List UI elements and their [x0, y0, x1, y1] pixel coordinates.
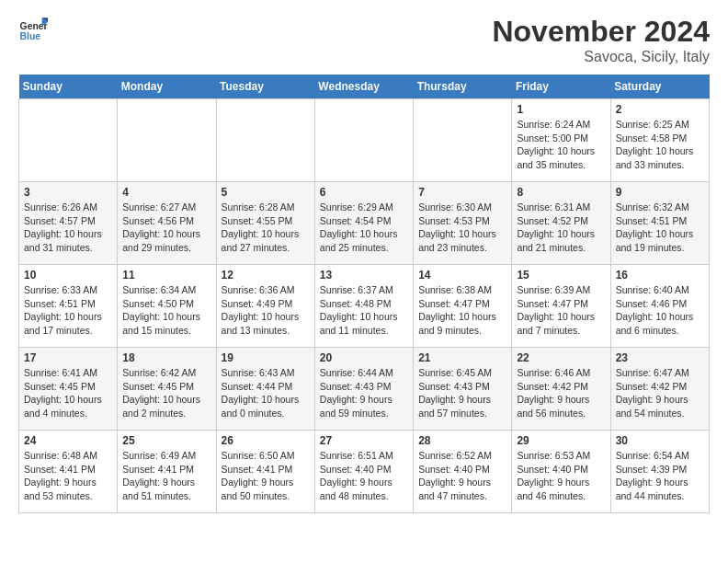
calendar-cell: 11Sunrise: 6:34 AMSunset: 4:50 PMDayligh…: [118, 265, 216, 348]
cell-info: Sunrise: 6:38 AMSunset: 4:47 PMDaylight:…: [418, 283, 506, 338]
cell-info: Sunrise: 6:25 AMSunset: 4:58 PMDaylight:…: [616, 118, 704, 172]
day-number: 24: [24, 434, 112, 447]
calendar-cell: 23Sunrise: 6:47 AMSunset: 4:42 PMDayligh…: [610, 348, 709, 431]
calendar-cell: 3Sunrise: 6:26 AMSunset: 4:57 PMDaylight…: [19, 182, 118, 265]
th-wednesday: Wednesday: [314, 75, 413, 99]
day-number: 30: [616, 434, 704, 447]
th-monday: Monday: [118, 75, 216, 99]
cell-info: Sunrise: 6:52 AMSunset: 4:40 PMDaylight:…: [418, 449, 506, 503]
calendar-cell: 21Sunrise: 6:45 AMSunset: 4:43 PMDayligh…: [414, 348, 512, 431]
title-area: November 2024 Savoca, Sicily, Italy: [492, 15, 710, 65]
calendar-cell: 18Sunrise: 6:42 AMSunset: 4:45 PMDayligh…: [118, 348, 216, 431]
location: Savoca, Sicily, Italy: [492, 49, 710, 65]
calendar-cell: 22Sunrise: 6:46 AMSunset: 4:42 PMDayligh…: [512, 348, 610, 431]
day-number: 23: [616, 351, 704, 364]
week-row-4: 17Sunrise: 6:41 AMSunset: 4:45 PMDayligh…: [19, 348, 710, 431]
header: General Blue November 2024 Savoca, Sicil…: [18, 15, 710, 65]
cell-info: Sunrise: 6:53 AMSunset: 4:40 PMDaylight:…: [517, 449, 605, 503]
header-row: Sunday Monday Tuesday Wednesday Thursday…: [19, 75, 710, 99]
cell-info: Sunrise: 6:46 AMSunset: 4:42 PMDaylight:…: [517, 366, 605, 420]
cell-info: Sunrise: 6:29 AMSunset: 4:54 PMDaylight:…: [320, 201, 408, 255]
th-friday: Friday: [512, 75, 610, 99]
cell-info: Sunrise: 6:27 AMSunset: 4:56 PMDaylight:…: [122, 201, 210, 255]
cell-info: Sunrise: 6:47 AMSunset: 4:42 PMDaylight:…: [616, 366, 704, 420]
day-number: 12: [222, 269, 310, 282]
week-row-1: 1Sunrise: 6:24 AMSunset: 5:00 PMDaylight…: [19, 99, 710, 182]
day-number: 18: [122, 351, 210, 364]
cell-info: Sunrise: 6:50 AMSunset: 4:41 PMDaylight:…: [222, 449, 310, 503]
day-number: 14: [418, 269, 506, 282]
calendar-cell: 7Sunrise: 6:30 AMSunset: 4:53 PMDaylight…: [414, 182, 512, 265]
th-sunday: Sunday: [19, 75, 118, 99]
cell-info: Sunrise: 6:45 AMSunset: 4:43 PMDaylight:…: [418, 366, 506, 420]
cell-info: Sunrise: 6:51 AMSunset: 4:40 PMDaylight:…: [320, 449, 408, 503]
cell-info: Sunrise: 6:37 AMSunset: 4:48 PMDaylight:…: [320, 283, 408, 338]
calendar-cell: 25Sunrise: 6:49 AMSunset: 4:41 PMDayligh…: [118, 431, 216, 513]
cell-info: Sunrise: 6:24 AMSunset: 5:00 PMDaylight:…: [517, 118, 605, 172]
calendar-cell: 6Sunrise: 6:29 AMSunset: 4:54 PMDaylight…: [314, 182, 413, 265]
calendar-cell: 15Sunrise: 6:39 AMSunset: 4:47 PMDayligh…: [512, 265, 610, 348]
day-number: 26: [222, 434, 310, 447]
cell-info: Sunrise: 6:32 AMSunset: 4:51 PMDaylight:…: [616, 201, 704, 255]
calendar-cell: 28Sunrise: 6:52 AMSunset: 4:40 PMDayligh…: [414, 431, 512, 513]
calendar-cell: 5Sunrise: 6:28 AMSunset: 4:55 PMDaylight…: [216, 182, 314, 265]
day-number: 4: [122, 186, 210, 199]
day-number: 13: [320, 269, 408, 282]
cell-info: Sunrise: 6:36 AMSunset: 4:49 PMDaylight:…: [222, 283, 310, 338]
day-number: 3: [24, 186, 112, 199]
cell-info: Sunrise: 6:28 AMSunset: 4:55 PMDaylight:…: [222, 201, 310, 255]
cell-info: Sunrise: 6:41 AMSunset: 4:45 PMDaylight:…: [24, 366, 112, 420]
day-number: 19: [222, 351, 310, 364]
calendar-cell: 17Sunrise: 6:41 AMSunset: 4:45 PMDayligh…: [19, 348, 118, 431]
calendar-cell: [414, 99, 512, 182]
cell-info: Sunrise: 6:33 AMSunset: 4:51 PMDaylight:…: [24, 283, 112, 338]
calendar-cell: 29Sunrise: 6:53 AMSunset: 4:40 PMDayligh…: [512, 431, 610, 513]
day-number: 10: [24, 269, 112, 282]
day-number: 22: [517, 351, 605, 364]
week-row-3: 10Sunrise: 6:33 AMSunset: 4:51 PMDayligh…: [19, 265, 710, 348]
th-tuesday: Tuesday: [216, 75, 314, 99]
day-number: 6: [320, 186, 408, 199]
calendar-cell: 26Sunrise: 6:50 AMSunset: 4:41 PMDayligh…: [216, 431, 314, 513]
calendar-cell: [314, 99, 413, 182]
calendar-cell: 20Sunrise: 6:44 AMSunset: 4:43 PMDayligh…: [314, 348, 413, 431]
day-number: 15: [517, 269, 605, 282]
day-number: 17: [24, 351, 112, 364]
cell-info: Sunrise: 6:48 AMSunset: 4:41 PMDaylight:…: [24, 449, 112, 503]
svg-text:Blue: Blue: [20, 31, 41, 41]
day-number: 7: [418, 186, 506, 199]
calendar-cell: 2Sunrise: 6:25 AMSunset: 4:58 PMDaylight…: [610, 99, 709, 182]
calendar-cell: [118, 99, 216, 182]
calendar-cell: [216, 99, 314, 182]
day-number: 20: [320, 351, 408, 364]
cell-info: Sunrise: 6:49 AMSunset: 4:41 PMDaylight:…: [122, 449, 210, 503]
day-number: 2: [616, 103, 704, 116]
calendar-cell: 14Sunrise: 6:38 AMSunset: 4:47 PMDayligh…: [414, 265, 512, 348]
day-number: 5: [222, 186, 310, 199]
day-number: 27: [320, 434, 408, 447]
cell-info: Sunrise: 6:40 AMSunset: 4:46 PMDaylight:…: [616, 283, 704, 338]
calendar-cell: 30Sunrise: 6:54 AMSunset: 4:39 PMDayligh…: [610, 431, 709, 513]
th-thursday: Thursday: [414, 75, 512, 99]
calendar-cell: 9Sunrise: 6:32 AMSunset: 4:51 PMDaylight…: [610, 182, 709, 265]
logo-area: General Blue: [18, 15, 51, 44]
logo-icon: General Blue: [18, 15, 48, 44]
day-number: 11: [122, 269, 210, 282]
week-row-5: 24Sunrise: 6:48 AMSunset: 4:41 PMDayligh…: [19, 431, 710, 513]
calendar-cell: 16Sunrise: 6:40 AMSunset: 4:46 PMDayligh…: [610, 265, 709, 348]
cell-info: Sunrise: 6:26 AMSunset: 4:57 PMDaylight:…: [24, 201, 112, 255]
day-number: 9: [616, 186, 704, 199]
day-number: 1: [517, 103, 605, 116]
calendar-cell: 13Sunrise: 6:37 AMSunset: 4:48 PMDayligh…: [314, 265, 413, 348]
calendar-cell: 10Sunrise: 6:33 AMSunset: 4:51 PMDayligh…: [19, 265, 118, 348]
calendar-cell: 12Sunrise: 6:36 AMSunset: 4:49 PMDayligh…: [216, 265, 314, 348]
page: General Blue November 2024 Savoca, Sicil…: [0, 0, 728, 528]
calendar-cell: 4Sunrise: 6:27 AMSunset: 4:56 PMDaylight…: [118, 182, 216, 265]
calendar-cell: [19, 99, 118, 182]
cell-info: Sunrise: 6:42 AMSunset: 4:45 PMDaylight:…: [122, 366, 210, 420]
day-number: 8: [517, 186, 605, 199]
calendar-table: Sunday Monday Tuesday Wednesday Thursday…: [18, 75, 710, 513]
cell-info: Sunrise: 6:30 AMSunset: 4:53 PMDaylight:…: [418, 201, 506, 255]
month-title: November 2024: [492, 15, 710, 49]
day-number: 29: [517, 434, 605, 447]
